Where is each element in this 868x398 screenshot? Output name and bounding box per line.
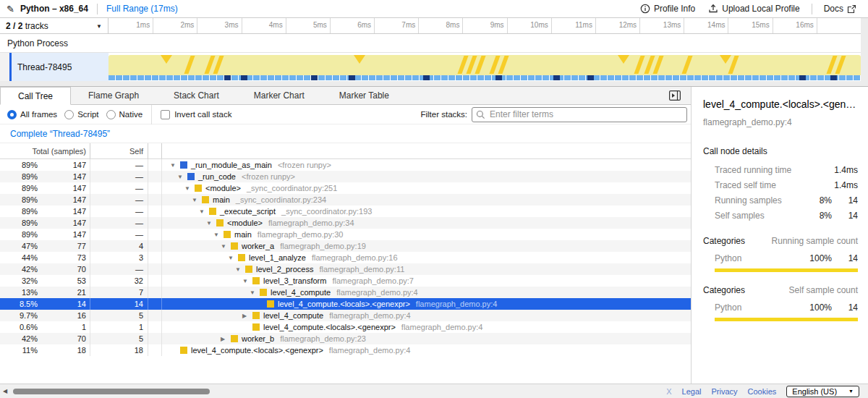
tab-flame-graph[interactable]: Flame Graph [71, 87, 156, 104]
ruler-tick-label: 11ms [552, 21, 592, 29]
footer-link-legal[interactable]: Legal [682, 387, 702, 396]
upload-profile-button[interactable]: Upload Local Profile [704, 2, 804, 15]
call-tree-row[interactable]: 9.7%165▶level_4_computeflamegraph_demo.p… [0, 310, 691, 321]
process-track-header[interactable]: Python Process [0, 34, 861, 53]
chevron-down-icon: ▼ [96, 23, 102, 30]
top-bar: ✎ Python – x86_64 Full Range (17ms) Prof… [0, 0, 868, 18]
tree-cell: level_4_compute.<locals>.<genexpr>flameg… [162, 298, 691, 310]
call-tree-row[interactable]: 89%147—▼mainflamegraph_demo.py:30 [0, 229, 691, 240]
disclosure-open-icon[interactable]: ▼ [199, 208, 209, 215]
footer-link-cookies[interactable]: Cookies [748, 387, 777, 396]
disclosure-open-icon[interactable]: ▼ [221, 243, 231, 250]
footer-link-x[interactable]: X [666, 387, 671, 396]
horizontal-scrollbar-thumb[interactable] [13, 389, 210, 394]
call-tree-row[interactable]: 11%1818level_4_compute.<locals>.<genexpr… [0, 344, 691, 356]
call-tree-row[interactable]: 13%217▼level_4_computeflamegraph_demo.py… [0, 287, 691, 298]
radio-all-frames[interactable]: All frames [7, 110, 57, 119]
disclosure-open-icon[interactable]: ▼ [206, 220, 216, 226]
disclosure-closed-icon[interactable]: ▶ [242, 313, 252, 319]
call-tree-row[interactable]: 89%147—▼_run_code<frozen runpy> [0, 171, 691, 182]
call-tree-row[interactable]: 89%147—▼<module>flamegraph_demo.py:34 [0, 217, 691, 229]
ruler-tick-label: 4ms [242, 21, 283, 29]
categories-count-label: Self sample count [789, 285, 858, 295]
file-location: flamegraph_demo.py:4 [329, 311, 411, 320]
file-location: flamegraph_demo.py:11 [320, 265, 405, 274]
footer-links: XLegalPrivacyCookiesEnglish (US)▼ [666, 386, 868, 397]
docs-button[interactable]: Docs [820, 2, 861, 15]
function-name: level_4_compute.<locals>.<genexpr> [278, 300, 410, 308]
file-location: flamegraph_demo.py:4 [416, 300, 498, 308]
disclosure-open-icon[interactable]: ▼ [192, 197, 202, 203]
open-sidebar-icon[interactable] [669, 90, 681, 101]
ruler-tick-label: 9ms [464, 21, 504, 29]
total-samples: 73 [38, 253, 90, 262]
categories-title: Categories [703, 236, 772, 246]
radio-script[interactable]: Script [64, 110, 98, 119]
disclosure-open-icon[interactable]: ▼ [242, 278, 252, 284]
call-tree-rows: 89%147—▼_run_module_as_main<frozen runpy… [0, 159, 691, 384]
detail-value: 1.4ms [832, 180, 858, 190]
call-tree-row[interactable]: 42%70—▼level_2_processflamegraph_demo.py… [0, 263, 691, 275]
language-select[interactable]: English (US)▼ [786, 386, 859, 397]
sample-dense-segment [553, 75, 560, 80]
call-tree-row[interactable]: 42%705▶worker_bflamegraph_demo.py:23 [0, 333, 691, 344]
disclosure-open-icon[interactable]: ▼ [213, 232, 224, 238]
total-percent: 44% [0, 253, 38, 262]
total-samples-column-header[interactable]: Total (samples) [0, 143, 90, 158]
call-tree-row[interactable]: 47%774▼worker_aflamegraph_demo.py:19 [0, 240, 691, 252]
ruler-tick-label: 12ms [596, 21, 637, 29]
self-cell: 1 [90, 321, 148, 333]
invert-call-stack-checkbox[interactable] [161, 110, 170, 119]
category-row: Python100%14 [703, 250, 858, 266]
disclosure-open-icon[interactable]: ▼ [250, 289, 260, 296]
categories-title: Categories [703, 285, 789, 295]
disclosure-open-icon[interactable]: ▼ [228, 255, 238, 261]
disclosure-open-icon[interactable]: ▼ [170, 162, 180, 169]
call-tree-row[interactable]: 8.5%1414level_4_compute.<locals>.<genexp… [0, 298, 691, 310]
call-tree-row[interactable]: 0.6%11level_4_compute.<locals>.<genexpr>… [0, 321, 691, 333]
total-samples: 147 [38, 184, 90, 192]
call-tree-row[interactable]: 89%147—▼_execute_script_sync_coordinator… [0, 206, 691, 217]
disclosure-open-icon[interactable]: ▼ [177, 174, 187, 180]
python-category-icon [245, 266, 252, 273]
thread-track-gutter [0, 53, 9, 81]
scroll-left-arrow-icon[interactable]: ◀ [3, 388, 7, 394]
footer-link-privacy[interactable]: Privacy [712, 387, 738, 396]
tab-marker-chart[interactable]: Marker Chart [237, 87, 322, 104]
tree-cell: ▼level_4_computeflamegraph_demo.py:4 [162, 287, 691, 298]
detail-percent: 8% [800, 195, 832, 206]
tab-stack-chart[interactable]: Stack Chart [156, 87, 237, 104]
call-tree-row[interactable]: 89%147—▼<module>_sync_coordinator.py:251 [0, 182, 691, 194]
call-tree-row[interactable]: 32%5332▼level_3_transformflamegraph_demo… [0, 275, 691, 287]
profile-info-button[interactable]: Profile Info [636, 2, 699, 15]
tracks-dropdown[interactable]: 2 / 2 tracks ▼ [0, 18, 109, 34]
thread-track-label[interactable]: Thread-78495 [9, 53, 109, 81]
total-cell: 9.7%16 [0, 310, 90, 321]
total-percent: 42% [0, 334, 38, 343]
file-location: flamegraph_demo.py:23 [280, 334, 366, 343]
footer-bar: ◀ XLegalPrivacyCookiesEnglish (US)▼ [0, 384, 868, 398]
category-sections: CategoriesRunning sample countPython100%… [703, 236, 858, 321]
total-cell: 42%70 [0, 263, 90, 275]
chevron-down-icon: ▼ [848, 389, 854, 394]
call-tree-row[interactable]: 89%147—▼main_sync_coordinator.py:234 [0, 194, 691, 206]
disclosure-open-icon[interactable]: ▼ [184, 185, 195, 192]
tab-marker-table[interactable]: Marker Table [322, 87, 407, 104]
self-column-header[interactable]: Self [90, 143, 148, 158]
disclosure-open-icon[interactable]: ▼ [235, 266, 245, 273]
full-range-link[interactable]: Full Range (17ms) [106, 4, 178, 14]
total-cell: 13%21 [0, 287, 90, 298]
edit-profile-name-icon[interactable]: ✎ [7, 4, 14, 14]
call-tree-toolbar: All framesScriptNative Invert call stack… [0, 105, 691, 124]
thread-activity-canvas[interactable] [109, 53, 861, 81]
call-tree-row[interactable]: 89%147—▼_run_module_as_main<frozen runpy… [0, 159, 691, 171]
filter-stacks-input[interactable] [472, 107, 687, 122]
radio-native[interactable]: Native [106, 110, 143, 119]
total-percent: 89% [0, 219, 38, 227]
breadcrumb-complete-range-link[interactable]: Complete “Thread-78495” [10, 129, 110, 139]
tab-call-tree[interactable]: Call Tree [0, 87, 71, 105]
disclosure-closed-icon[interactable]: ▶ [221, 336, 231, 342]
ruler-tick-label: 15ms [729, 21, 770, 29]
total-samples: 21 [38, 288, 90, 297]
call-tree-row[interactable]: 44%733▼level_1_analyzeflamegraph_demo.py… [0, 252, 691, 263]
